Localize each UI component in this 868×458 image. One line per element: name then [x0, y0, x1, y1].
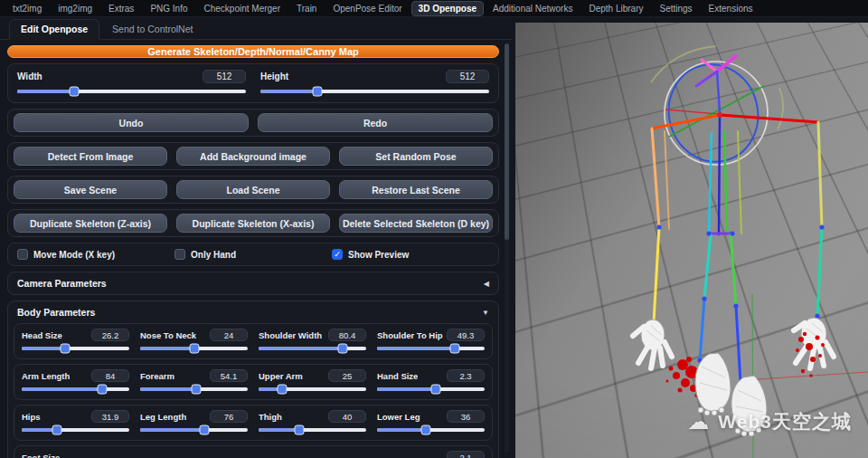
left-foot-mesh[interactable] [695, 353, 731, 415]
tab-extensions[interactable]: Extensions [702, 1, 760, 16]
slider-thumb[interactable] [191, 384, 201, 394]
restore-last-scene-button[interactable]: Restore Last Scene [339, 180, 493, 199]
tab-send-to-controlnet[interactable]: Send to ControlNet [101, 20, 203, 39]
camera-parameters-header[interactable]: Camera Parameters ◀ [8, 272, 498, 294]
shoulder-to-hip-input[interactable] [447, 329, 485, 341]
slider-thumb[interactable] [98, 384, 108, 394]
slider-track[interactable] [22, 347, 129, 350]
tab-additional-networks[interactable]: Additional Networks [486, 1, 580, 16]
slider-thumb[interactable] [52, 425, 62, 434]
save-scene-button[interactable]: Save Scene [14, 180, 167, 199]
tab-img2img[interactable]: img2img [51, 1, 99, 16]
height-slider[interactable] [260, 86, 489, 96]
nose-to-neck-slider[interactable] [140, 343, 248, 353]
hips-slider[interactable] [22, 425, 129, 434]
tab-checkpoint-merger[interactable]: Checkpoint Merger [197, 1, 288, 16]
slider-thumb[interactable] [60, 343, 70, 353]
only-hand-checkbox[interactable]: Only Hand [175, 249, 332, 260]
head-size-slider[interactable] [22, 343, 129, 353]
slider-track[interactable] [377, 347, 485, 350]
show-preview-checkbox[interactable]: Show Preview [332, 249, 489, 260]
panel-scrollbar[interactable] [505, 43, 509, 453]
load-scene-button[interactable]: Load Scene [176, 180, 330, 199]
forearm-slider[interactable] [140, 384, 248, 394]
shoulder-width-input[interactable] [328, 329, 366, 341]
shoulder-to-hip-slider[interactable] [377, 343, 485, 353]
add-background-image-button[interactable]: Add Background image [176, 147, 330, 166]
slider-thumb[interactable] [420, 425, 430, 434]
slider-track[interactable] [259, 347, 366, 350]
left-hand-mesh[interactable] [633, 320, 672, 368]
tab-edit-openpose[interactable]: Edit Openpose [9, 19, 99, 40]
generate-map-button[interactable]: Generate Skeleton/Depth/Normal/Canny Map [7, 45, 499, 58]
openpose-skeleton[interactable] [515, 23, 868, 458]
leg-length-input[interactable] [210, 410, 248, 423]
tab-settings[interactable]: Settings [652, 1, 699, 16]
slider-track[interactable] [377, 428, 485, 432]
delete-selected-skeleton-button[interactable]: Delete Selected Skeleton (D key) [339, 214, 493, 233]
slider-thumb[interactable] [431, 384, 441, 394]
param-upper-arm: Upper Arm [259, 369, 366, 394]
hand-size-slider[interactable] [377, 384, 485, 394]
lower-leg-input[interactable] [447, 410, 485, 423]
slider-track[interactable] [22, 387, 129, 391]
slider-track[interactable] [260, 90, 489, 93]
tab-extras[interactable]: Extras [101, 1, 141, 16]
foot-size-input[interactable] [447, 451, 485, 458]
detect-from-image-button[interactable]: Detect From Image [14, 147, 167, 166]
width-input[interactable] [203, 70, 246, 83]
forearm-input[interactable] [210, 369, 248, 382]
tab-png-info[interactable]: PNG Info [143, 1, 194, 16]
right-hand-mesh[interactable] [794, 318, 834, 377]
arm-length-input[interactable] [91, 369, 129, 382]
tab-txt2img[interactable]: txt2img [5, 1, 49, 16]
slider-thumb[interactable] [70, 86, 80, 96]
checkbox-icon[interactable] [175, 249, 185, 260]
tab-train[interactable]: Train [289, 1, 324, 16]
slider-thumb[interactable] [189, 343, 199, 353]
slider-thumb[interactable] [313, 86, 323, 96]
slider-thumb[interactable] [337, 343, 347, 353]
tab-depth-library[interactable]: Depth Library [581, 1, 650, 16]
checkbox-icon[interactable] [17, 249, 28, 260]
scrollbar-thumb[interactable] [505, 43, 509, 240]
hips-input[interactable] [91, 410, 129, 423]
width-slider[interactable] [17, 86, 246, 96]
nose-to-neck-input[interactable] [210, 329, 248, 341]
set-random-pose-button[interactable]: Set Random Pose [339, 147, 493, 166]
undo-button[interactable]: Undo [14, 113, 249, 132]
height-input[interactable] [446, 70, 489, 83]
shoulder-width-slider[interactable] [259, 343, 366, 353]
move-mode-checkbox[interactable]: Move Mode (X key) [17, 249, 175, 260]
slider-track[interactable] [17, 90, 246, 93]
tab-3d-openpose[interactable]: 3D Openpose [411, 1, 484, 16]
slider-thumb[interactable] [295, 425, 305, 434]
slider-track[interactable] [259, 387, 366, 391]
hand-size-input[interactable] [447, 369, 485, 382]
lower-leg-slider[interactable] [377, 425, 485, 434]
body-parameters-header[interactable]: Body Parameters ▼ [8, 301, 498, 323]
upper-arm-slider[interactable] [259, 384, 366, 394]
duplicate-skeleton-x-button[interactable]: Duplicate Skeleton (X-axis) [176, 214, 330, 233]
checkbox-icon[interactable] [332, 249, 343, 260]
slider-track[interactable] [22, 428, 129, 432]
duplicate-skeleton-z-button[interactable]: Duplicate Skeleton (Z-axis) [14, 214, 167, 233]
tab-openpose-editor[interactable]: OpenPose Editor [326, 1, 409, 16]
thigh-input[interactable] [328, 410, 366, 423]
right-foot-mesh[interactable] [731, 376, 767, 436]
slider-track[interactable] [140, 428, 248, 432]
head-size-input[interactable] [91, 329, 129, 341]
slider-thumb[interactable] [200, 425, 210, 434]
rotation-gizmo[interactable] [651, 46, 783, 171]
arm-length-slider[interactable] [22, 384, 129, 394]
upper-arm-input[interactable] [328, 369, 366, 382]
slider-thumb[interactable] [278, 384, 288, 394]
thigh-slider[interactable] [259, 425, 366, 434]
neck-joint[interactable] [717, 112, 722, 118]
skeleton-bones[interactable] [652, 56, 822, 383]
3d-viewport[interactable]: ☁ Web3天空之城 [515, 23, 868, 458]
slider-track[interactable] [259, 428, 366, 432]
redo-button[interactable]: Redo [258, 113, 493, 132]
leg-length-slider[interactable] [140, 425, 248, 434]
slider-thumb[interactable] [449, 343, 459, 353]
